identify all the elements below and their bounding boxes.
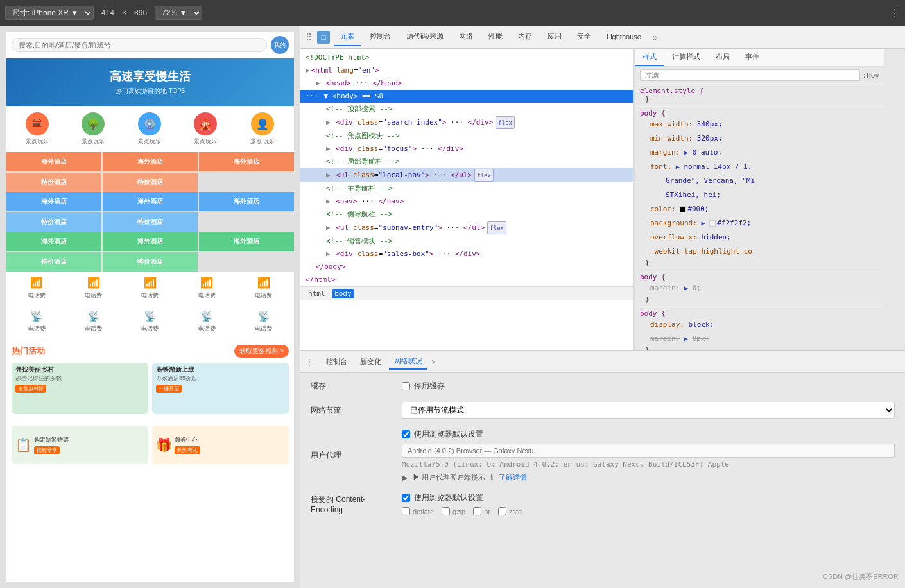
tab-memory[interactable]: 内存 — [512, 28, 539, 46]
encoding-zstd[interactable]: zstd — [498, 507, 522, 515]
tree-html-close[interactable]: </html> — [300, 273, 634, 286]
phone-row-item-7[interactable]: 📡电话费 — [123, 310, 178, 333]
tree-doctype[interactable]: <!DOCTYPE html> — [300, 51, 634, 64]
promo-card-0[interactable]: 📋 购定制游赠票 携程专享 — [12, 426, 148, 464]
tree-comment-search[interactable]: <!-- 顶部搜索 --> — [300, 103, 634, 116]
tree-focus[interactable]: ▶ <div class="focus"> ··· </div> — [300, 143, 634, 155]
tab-application[interactable]: 应用 — [541, 28, 568, 46]
phone-row-item-2[interactable]: 📶电话费 — [123, 277, 178, 300]
phone-row-item-4[interactable]: 📶电话费 — [236, 277, 291, 300]
tab-performance[interactable]: 性能 — [482, 28, 509, 46]
encoding-gzip[interactable]: gzip — [442, 507, 465, 515]
phone-row-item-6[interactable]: 📡电话费 — [65, 310, 121, 333]
disable-cache-checkbox[interactable] — [402, 382, 410, 390]
phone-row-item-3[interactable]: 📶电话费 — [179, 277, 234, 300]
device-selector[interactable]: 尺寸: iPhone XR ▼ — [5, 6, 94, 20]
promo-card-1[interactable]: 🎁 领券中心 到到有礼 — [152, 426, 289, 464]
devtools-device-icon[interactable]: □ — [317, 31, 330, 44]
breadcrumb-body[interactable]: body — [332, 289, 354, 298]
hotel-cell-14[interactable]: 特价酒店 — [103, 252, 198, 272]
hotel-cell-2[interactable]: 海外酒店 — [199, 152, 294, 171]
tree-body[interactable]: ··· ▼ <body> == $0 — [300, 90, 634, 103]
network-tab-conditions[interactable]: 网络状况 — [389, 354, 427, 370]
ua-learn-more-link[interactable]: 了解详情 — [499, 472, 527, 482]
phone-row-item-0[interactable]: 📶电话费 — [9, 277, 64, 300]
ua-default-checkbox[interactable] — [402, 430, 410, 438]
tree-comment-main[interactable]: <!-- 主导航栏 --> — [300, 182, 634, 195]
phone-row-item-8[interactable]: 📡电话费 — [179, 310, 234, 333]
hotel-cell-13[interactable]: 特价酒店 — [6, 252, 101, 272]
tab-network[interactable]: 网络 — [452, 28, 479, 46]
phone-row-item-5[interactable]: 📡电话费 — [9, 310, 64, 333]
hotel-cell-10[interactable]: 海外酒店 — [6, 232, 101, 251]
tree-local-nav[interactable]: ▶ <ul class="local-nav"> ··· </ul>flex — [300, 168, 634, 182]
tree-comment-focus[interactable]: <!-- 焦点图模块 --> — [300, 130, 634, 143]
hotel-cell-5[interactable]: 海外酒店 — [6, 192, 101, 211]
cache-row: 缓存 停用缓存 — [311, 381, 895, 392]
toolbar-more-icon[interactable]: ⋮ — [890, 7, 900, 19]
tab-console[interactable]: 控制台 — [363, 28, 397, 46]
tree-html[interactable]: ▶<html lang="en"> — [300, 64, 634, 77]
styles-tab-styles[interactable]: 样式 — [635, 49, 664, 66]
tab-sources[interactable]: 源代码/来源 — [400, 28, 450, 46]
devtools-grid-icon[interactable]: ⠿ — [306, 32, 312, 42]
styles-pseudo-filter[interactable]: :hov — [863, 71, 880, 80]
network-panel-tabs: ⋮ 控制台 新变化 网络状况 × — [300, 351, 905, 373]
cat-item-4[interactable]: 👤 景点 玩乐 — [250, 112, 275, 146]
encoding-default-label: 使用浏览器默认设置 — [414, 492, 483, 503]
styles-tab-computed[interactable]: 计算样式 — [664, 49, 708, 66]
cat-item-1[interactable]: 🌳 景点玩乐 — [82, 112, 105, 146]
ua-input[interactable] — [402, 444, 895, 458]
phone-row-item-9[interactable]: 📡电话费 — [236, 310, 291, 333]
phone-search-input[interactable] — [12, 38, 267, 52]
network-tab-close-icon[interactable]: × — [431, 358, 436, 367]
hotel-cell-7[interactable]: 海外酒店 — [199, 192, 294, 211]
tree-comment-local[interactable]: <!-- 局部导航栏 --> — [300, 155, 634, 168]
encoding-br[interactable]: br — [473, 507, 490, 515]
hotel-cell-4[interactable]: 特价酒店 — [103, 173, 198, 192]
activity-card-1[interactable]: 高铁游新上线 万家酒店85折起 一键开启 — [152, 363, 289, 414]
hotel-cell-3[interactable]: 特价酒店 — [6, 173, 101, 192]
cat-item-3[interactable]: 🎪 景点玩乐 — [194, 112, 217, 146]
hotel-cell-6[interactable]: 海外酒店 — [103, 192, 198, 211]
hero-sub: 热门高铁游目的地 TOP5 — [17, 87, 284, 96]
phone-row-item-1[interactable]: 📶电话费 — [65, 277, 121, 300]
encoding-deflate[interactable]: deflate — [402, 507, 434, 515]
tree-comment-sales[interactable]: <!-- 销售模块 --> — [300, 235, 634, 248]
network-panel-dots[interactable]: ⋮ — [306, 358, 313, 367]
encoding-default-checkbox[interactable] — [402, 494, 410, 502]
zoom-selector[interactable]: 72% ▼ — [155, 6, 202, 20]
tree-search-index[interactable]: ▶ <div class="search-index"> ··· </div>f… — [300, 116, 634, 130]
breadcrumb-html[interactable]: html — [306, 289, 328, 298]
tab-elements[interactable]: 元素 — [334, 28, 361, 46]
cat-item-0[interactable]: 🏛 景点玩乐 — [26, 112, 49, 146]
hotel-cell-9[interactable]: 特价酒店 — [103, 212, 198, 232]
tree-sales[interactable]: ▶ <div class="sales-box"> ··· </div> — [300, 248, 634, 261]
tree-head[interactable]: ▶ <head> ··· </head> — [300, 77, 634, 90]
tree-subnav[interactable]: ▶ <ul class="subnav-entry"> ··· </ul>fle… — [300, 221, 634, 235]
phone-avatar[interactable]: 我的 — [271, 36, 289, 54]
hotel-cell-11[interactable]: 海外酒店 — [103, 232, 198, 251]
network-tab-changes[interactable]: 新变化 — [355, 354, 386, 369]
throttle-select[interactable]: 已停用节流模式 低速3G 快速3G 离线 — [402, 402, 895, 419]
style-rule-body-1: body { max-width: 540px; min-width: 320p… — [635, 107, 884, 270]
hotel-cell-1[interactable]: 海外酒店 — [103, 152, 198, 171]
tab-security[interactable]: 安全 — [571, 28, 598, 46]
tab-lighthouse[interactable]: Lighthouse — [600, 29, 648, 46]
styles-tab-layout[interactable]: 布局 — [708, 49, 737, 66]
styles-tab-listeners[interactable]: 事件 — [737, 49, 767, 66]
network-tab-console[interactable]: 控制台 — [321, 354, 352, 369]
ua-hint-row: ▶ ▶ 用户代理客户端提示 ℹ 了解详情 — [402, 472, 895, 482]
tree-body-close[interactable]: </body> — [300, 261, 634, 273]
tree-nav[interactable]: ▶ <nav> ··· </nav> — [300, 195, 634, 208]
hotel-cell-0[interactable]: 海外酒店 — [6, 152, 101, 171]
hotel-cell-12[interactable]: 海外酒店 — [199, 232, 294, 251]
tree-comment-sub[interactable]: <!-- 侧导航栏 --> — [300, 208, 634, 221]
activity-more-btn[interactable]: 获取更多福利 > — [234, 345, 289, 358]
cat-item-2[interactable]: 🎡 景点玩乐 — [138, 112, 161, 146]
activity-card-0[interactable]: 寻找美丽乡村 那些记得住的乡愁 去首乡村探 — [12, 363, 148, 414]
styles-filter-input[interactable] — [640, 69, 860, 81]
devtools-more-icon[interactable]: » — [653, 32, 658, 42]
hotel-cell-8[interactable]: 特价酒店 — [6, 212, 101, 232]
ua-hint-expand-icon[interactable]: ▶ — [402, 473, 408, 482]
